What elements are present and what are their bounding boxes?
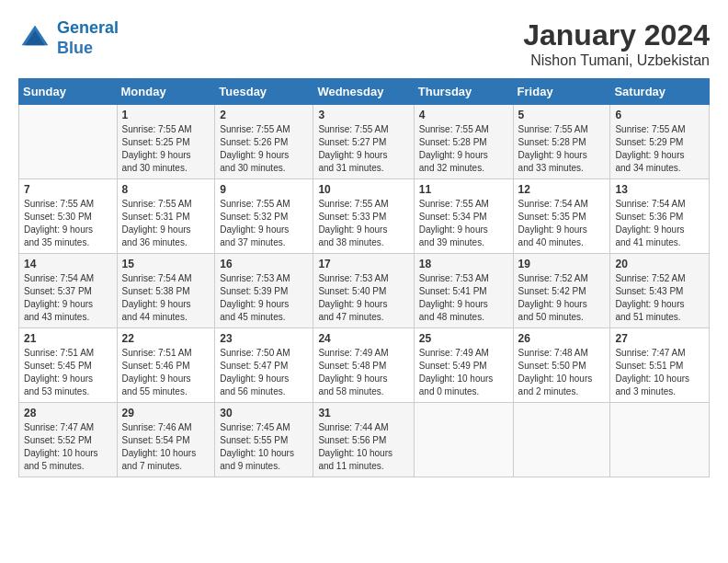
- day-info: Sunrise: 7:53 AMSunset: 5:39 PMDaylight:…: [220, 272, 308, 324]
- day-info: Sunrise: 7:54 AMSunset: 5:36 PMDaylight:…: [615, 198, 704, 249]
- day-info: Sunrise: 7:54 AMSunset: 5:37 PMDaylight:…: [24, 272, 112, 324]
- calendar-cell: 1Sunrise: 7:55 AMSunset: 5:25 PMDaylight…: [117, 105, 215, 179]
- day-number: 14: [24, 258, 112, 270]
- day-info: Sunrise: 7:51 AMSunset: 5:46 PMDaylight:…: [122, 347, 210, 398]
- day-info: Sunrise: 7:55 AMSunset: 5:25 PMDaylight:…: [122, 123, 210, 175]
- day-number: 8: [122, 183, 210, 196]
- day-info: Sunrise: 7:54 AMSunset: 5:38 PMDaylight:…: [122, 272, 210, 324]
- calendar-header: SundayMondayTuesdayWednesdayThursdayFrid…: [19, 79, 710, 105]
- day-number: 18: [419, 258, 508, 270]
- title-block: January 2024 Nishon Tumani, Uzbekistan: [523, 18, 710, 69]
- day-info: Sunrise: 7:52 AMSunset: 5:42 PMDaylight:…: [518, 272, 606, 324]
- day-info: Sunrise: 7:55 AMSunset: 5:26 PMDaylight:…: [220, 123, 308, 175]
- col-header-friday: Friday: [513, 79, 610, 105]
- day-info: Sunrise: 7:55 AMSunset: 5:29 PMDaylight:…: [615, 123, 704, 175]
- day-info: Sunrise: 7:52 AMSunset: 5:43 PMDaylight:…: [615, 272, 704, 324]
- calendar-cell: 20Sunrise: 7:52 AMSunset: 5:43 PMDayligh…: [610, 254, 710, 328]
- calendar-cell: 29Sunrise: 7:46 AMSunset: 5:54 PMDayligh…: [117, 403, 215, 477]
- day-number: 20: [615, 258, 704, 270]
- calendar-cell: 30Sunrise: 7:45 AMSunset: 5:55 PMDayligh…: [215, 403, 313, 477]
- day-number: 21: [24, 332, 112, 345]
- calendar-cell: 11Sunrise: 7:55 AMSunset: 5:34 PMDayligh…: [414, 179, 513, 254]
- month-year: January 2024: [523, 18, 710, 52]
- day-info: Sunrise: 7:55 AMSunset: 5:30 PMDaylight:…: [24, 198, 112, 249]
- calendar-cell: [513, 403, 610, 477]
- day-number: 17: [318, 258, 408, 270]
- week-row-5: 28Sunrise: 7:47 AMSunset: 5:52 PMDayligh…: [19, 403, 710, 477]
- day-number: 19: [518, 258, 606, 270]
- calendar-cell: 13Sunrise: 7:54 AMSunset: 5:36 PMDayligh…: [610, 179, 710, 254]
- calendar-body: 1Sunrise: 7:55 AMSunset: 5:25 PMDaylight…: [19, 105, 710, 477]
- calendar-cell: 9Sunrise: 7:55 AMSunset: 5:32 PMDaylight…: [215, 179, 313, 254]
- calendar-cell: 2Sunrise: 7:55 AMSunset: 5:26 PMDaylight…: [215, 105, 313, 179]
- day-number: 11: [419, 183, 508, 196]
- day-number: 1: [122, 109, 210, 121]
- day-number: 4: [419, 109, 508, 121]
- calendar-cell: 28Sunrise: 7:47 AMSunset: 5:52 PMDayligh…: [19, 403, 118, 477]
- col-header-monday: Monday: [117, 79, 215, 105]
- day-number: 12: [518, 183, 606, 196]
- col-header-tuesday: Tuesday: [215, 79, 313, 105]
- day-info: Sunrise: 7:51 AMSunset: 5:45 PMDaylight:…: [24, 347, 112, 398]
- week-row-4: 21Sunrise: 7:51 AMSunset: 5:45 PMDayligh…: [19, 328, 710, 403]
- day-number: 31: [318, 407, 408, 419]
- day-info: Sunrise: 7:55 AMSunset: 5:28 PMDaylight:…: [419, 123, 508, 175]
- calendar-cell: 18Sunrise: 7:53 AMSunset: 5:41 PMDayligh…: [414, 254, 513, 328]
- day-number: 5: [518, 109, 606, 121]
- calendar-cell: 7Sunrise: 7:55 AMSunset: 5:30 PMDaylight…: [19, 179, 118, 254]
- day-info: Sunrise: 7:44 AMSunset: 5:56 PMDaylight:…: [318, 421, 408, 473]
- day-info: Sunrise: 7:55 AMSunset: 5:28 PMDaylight:…: [518, 123, 606, 175]
- day-info: Sunrise: 7:49 AMSunset: 5:49 PMDaylight:…: [419, 347, 508, 398]
- day-number: 24: [318, 332, 408, 345]
- calendar-cell: 19Sunrise: 7:52 AMSunset: 5:42 PMDayligh…: [513, 254, 610, 328]
- day-number: 2: [220, 109, 308, 121]
- day-info: Sunrise: 7:49 AMSunset: 5:48 PMDaylight:…: [318, 347, 408, 398]
- day-number: 28: [24, 407, 112, 419]
- week-row-2: 7Sunrise: 7:55 AMSunset: 5:30 PMDaylight…: [19, 179, 710, 254]
- calendar-cell: 21Sunrise: 7:51 AMSunset: 5:45 PMDayligh…: [19, 328, 118, 403]
- day-number: 25: [419, 332, 508, 345]
- calendar-cell: 12Sunrise: 7:54 AMSunset: 5:35 PMDayligh…: [513, 179, 610, 254]
- day-info: Sunrise: 7:46 AMSunset: 5:54 PMDaylight:…: [122, 421, 210, 473]
- day-number: 29: [122, 407, 210, 419]
- logo-text: General Blue: [57, 18, 119, 58]
- day-number: 3: [318, 109, 408, 121]
- calendar-cell: 6Sunrise: 7:55 AMSunset: 5:29 PMDaylight…: [610, 105, 710, 179]
- day-info: Sunrise: 7:45 AMSunset: 5:55 PMDaylight:…: [220, 421, 308, 473]
- calendar-cell: 15Sunrise: 7:54 AMSunset: 5:38 PMDayligh…: [117, 254, 215, 328]
- calendar-cell: 14Sunrise: 7:54 AMSunset: 5:37 PMDayligh…: [19, 254, 118, 328]
- day-number: 9: [220, 183, 308, 196]
- day-info: Sunrise: 7:53 AMSunset: 5:41 PMDaylight:…: [419, 272, 508, 324]
- day-info: Sunrise: 7:55 AMSunset: 5:27 PMDaylight:…: [318, 123, 408, 175]
- calendar-cell: 4Sunrise: 7:55 AMSunset: 5:28 PMDaylight…: [414, 105, 513, 179]
- day-number: 16: [220, 258, 308, 270]
- day-number: 7: [24, 183, 112, 196]
- day-info: Sunrise: 7:47 AMSunset: 5:52 PMDaylight:…: [24, 421, 112, 473]
- day-number: 6: [615, 109, 704, 121]
- col-header-thursday: Thursday: [414, 79, 513, 105]
- calendar-cell: 23Sunrise: 7:50 AMSunset: 5:47 PMDayligh…: [215, 328, 313, 403]
- calendar-cell: [610, 403, 710, 477]
- day-number: 27: [615, 332, 704, 345]
- calendar-cell: 25Sunrise: 7:49 AMSunset: 5:49 PMDayligh…: [414, 328, 513, 403]
- calendar-cell: 8Sunrise: 7:55 AMSunset: 5:31 PMDaylight…: [117, 179, 215, 254]
- day-info: Sunrise: 7:48 AMSunset: 5:50 PMDaylight:…: [518, 347, 606, 398]
- day-number: 30: [220, 407, 308, 419]
- calendar-cell: 5Sunrise: 7:55 AMSunset: 5:28 PMDaylight…: [513, 105, 610, 179]
- day-info: Sunrise: 7:47 AMSunset: 5:51 PMDaylight:…: [615, 347, 704, 398]
- day-info: Sunrise: 7:50 AMSunset: 5:47 PMDaylight:…: [220, 347, 308, 398]
- header-row: SundayMondayTuesdayWednesdayThursdayFrid…: [19, 79, 710, 105]
- day-number: 13: [615, 183, 704, 196]
- day-info: Sunrise: 7:55 AMSunset: 5:32 PMDaylight:…: [220, 198, 308, 249]
- page-header: General Blue January 2024 Nishon Tumani,…: [18, 18, 710, 69]
- location: Nishon Tumani, Uzbekistan: [523, 52, 710, 69]
- calendar-cell: 16Sunrise: 7:53 AMSunset: 5:39 PMDayligh…: [215, 254, 313, 328]
- calendar-table: SundayMondayTuesdayWednesdayThursdayFrid…: [18, 78, 710, 477]
- day-info: Sunrise: 7:55 AMSunset: 5:31 PMDaylight:…: [122, 198, 210, 249]
- week-row-3: 14Sunrise: 7:54 AMSunset: 5:37 PMDayligh…: [19, 254, 710, 328]
- day-info: Sunrise: 7:55 AMSunset: 5:33 PMDaylight:…: [318, 198, 408, 249]
- logo: General Blue: [18, 18, 119, 58]
- day-number: 10: [318, 183, 408, 196]
- calendar-cell: 27Sunrise: 7:47 AMSunset: 5:51 PMDayligh…: [610, 328, 710, 403]
- col-header-saturday: Saturday: [610, 79, 710, 105]
